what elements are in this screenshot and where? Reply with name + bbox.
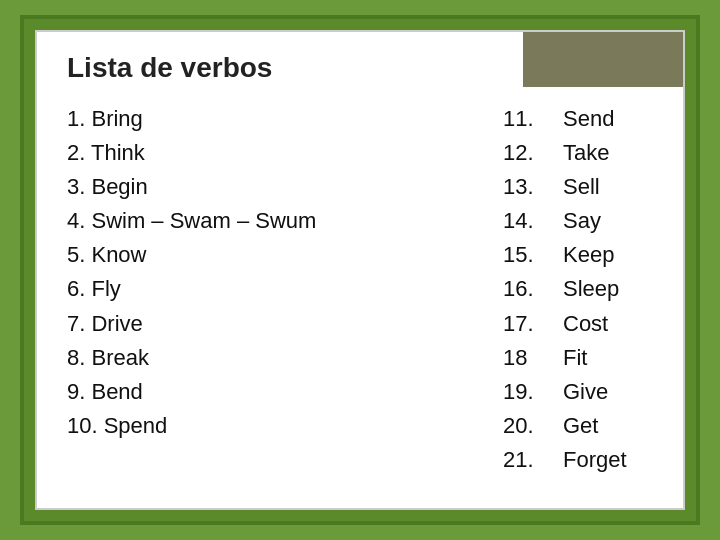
list-item: 3. Begin	[67, 170, 503, 204]
right-word-item: Cost	[563, 307, 653, 341]
right-word-item: Say	[563, 204, 653, 238]
right-number-item: 18	[503, 341, 553, 375]
left-verb-list: 1. Bring2. Think3. Begin4. Swim – Swam –…	[67, 102, 503, 477]
list-item: 1. Bring	[67, 102, 503, 136]
right-word-item: Take	[563, 136, 653, 170]
right-word-item: Fit	[563, 341, 653, 375]
right-number-item: 20.	[503, 409, 553, 443]
right-word-item: Sell	[563, 170, 653, 204]
list-item: 6. Fly	[67, 272, 503, 306]
right-word-item: Forget	[563, 443, 653, 477]
right-word-item: Get	[563, 409, 653, 443]
right-word-item: Send	[563, 102, 653, 136]
list-item: 8. Break	[67, 341, 503, 375]
right-number-item: 19.	[503, 375, 553, 409]
right-word-item: Keep	[563, 238, 653, 272]
right-number-item: 21.	[503, 443, 553, 477]
right-number-item: 12.	[503, 136, 553, 170]
right-number-item: 11.	[503, 102, 553, 136]
card: Lista de verbos 1. Bring2. Think3. Begin…	[35, 30, 685, 510]
list-item: 9. Bend	[67, 375, 503, 409]
right-numbers-col: 11.12.13.14.15.16.17.1819.20.21.	[503, 102, 553, 477]
list-item: 10. Spend	[67, 409, 503, 443]
right-verb-list: 11.12.13.14.15.16.17.1819.20.21. SendTak…	[503, 102, 653, 477]
right-word-item: Give	[563, 375, 653, 409]
right-number-item: 14.	[503, 204, 553, 238]
list-item: 7. Drive	[67, 307, 503, 341]
list-item: 5. Know	[67, 238, 503, 272]
list-item: 2. Think	[67, 136, 503, 170]
right-words-col: SendTakeSellSayKeepSleepCostFitGiveGetFo…	[563, 102, 653, 477]
content-area: 1. Bring2. Think3. Begin4. Swim – Swam –…	[67, 102, 653, 477]
top-right-decoration	[523, 32, 683, 87]
right-number-item: 15.	[503, 238, 553, 272]
right-number-item: 13.	[503, 170, 553, 204]
list-item: 4. Swim – Swam – Swum	[67, 204, 503, 238]
right-number-item: 17.	[503, 307, 553, 341]
outer-border: Lista de verbos 1. Bring2. Think3. Begin…	[20, 15, 700, 525]
right-word-item: Sleep	[563, 272, 653, 306]
right-number-item: 16.	[503, 272, 553, 306]
